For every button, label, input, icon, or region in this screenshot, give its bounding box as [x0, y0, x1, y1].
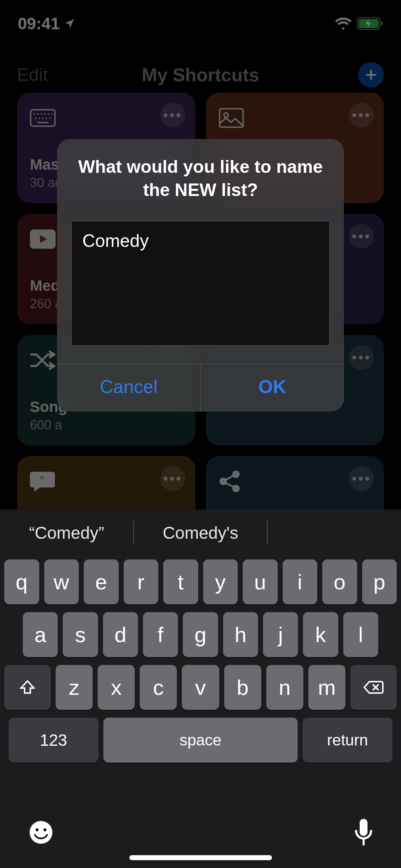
key-numbers[interactable]: 123 — [9, 718, 98, 763]
key-d[interactable]: d — [103, 612, 138, 657]
key-f[interactable]: f — [143, 612, 178, 657]
key-w[interactable]: w — [44, 559, 79, 604]
key-m[interactable]: m — [308, 665, 345, 710]
key-row-2: a s d f g h j k l — [4, 612, 397, 657]
suggestion-1[interactable]: “Comedy” — [0, 523, 133, 543]
key-z[interactable]: z — [56, 665, 93, 710]
svg-point-28 — [36, 828, 39, 832]
key-h[interactable]: h — [223, 612, 258, 657]
suggestion-2[interactable]: Comedy's — [134, 523, 267, 543]
list-name-input[interactable]: Comedy — [71, 221, 330, 346]
key-y[interactable]: y — [203, 559, 238, 604]
key-return[interactable]: return — [303, 718, 392, 763]
svg-rect-30 — [360, 819, 367, 836]
key-n[interactable]: n — [266, 665, 303, 710]
keyboard: “Comedy” Comedy's q w e r t y u i o p a … — [0, 510, 401, 868]
key-g[interactable]: g — [183, 612, 218, 657]
key-i[interactable]: i — [283, 559, 318, 604]
key-p[interactable]: p — [362, 559, 397, 604]
key-row-3: z x c v b n m — [4, 665, 397, 710]
cancel-button[interactable]: Cancel — [57, 364, 201, 412]
key-row-1: q w e r t y u i o p — [4, 559, 397, 604]
key-a[interactable]: a — [23, 612, 58, 657]
suggestion-bar: “Comedy” Comedy's — [0, 510, 401, 556]
key-backspace[interactable] — [350, 665, 397, 710]
key-x[interactable]: x — [98, 665, 135, 710]
ok-button[interactable]: OK — [201, 364, 344, 412]
emoji-button[interactable] — [29, 820, 53, 845]
key-row-4: 123 space return — [4, 718, 397, 763]
key-s[interactable]: s — [63, 612, 98, 657]
svg-point-29 — [43, 828, 47, 832]
key-b[interactable]: b — [224, 665, 261, 710]
keyboard-footer — [0, 811, 401, 854]
dictation-button[interactable] — [355, 819, 372, 846]
key-o[interactable]: o — [322, 559, 357, 604]
key-j[interactable]: j — [263, 612, 298, 657]
key-l[interactable]: l — [343, 612, 378, 657]
name-list-dialog: What would you like to name the NEW list… — [57, 139, 344, 412]
key-rows: q w e r t y u i o p a s d f g h j k l z — [0, 556, 401, 763]
key-space[interactable]: space — [103, 718, 298, 763]
dialog-buttons: Cancel OK — [57, 363, 344, 412]
key-u[interactable]: u — [243, 559, 278, 604]
svg-point-27 — [30, 821, 52, 844]
key-c[interactable]: c — [140, 665, 177, 710]
key-k[interactable]: k — [303, 612, 338, 657]
key-q[interactable]: q — [4, 559, 39, 604]
suggestion-separator — [267, 521, 268, 545]
key-t[interactable]: t — [163, 559, 198, 604]
key-e[interactable]: e — [84, 559, 119, 604]
key-r[interactable]: r — [124, 559, 159, 604]
home-indicator[interactable] — [129, 855, 272, 860]
key-shift[interactable] — [4, 665, 51, 710]
key-v[interactable]: v — [182, 665, 219, 710]
dialog-title: What would you like to name the NEW list… — [57, 139, 344, 212]
